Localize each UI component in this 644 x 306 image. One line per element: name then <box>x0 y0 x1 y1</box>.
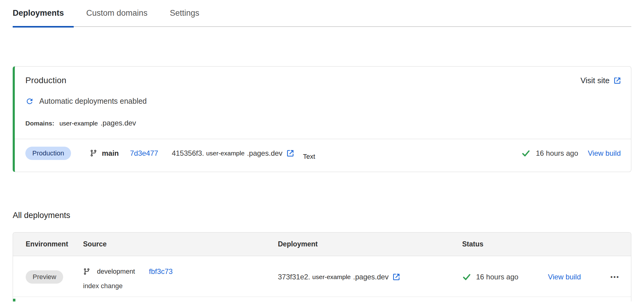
view-build-link[interactable]: View build <box>588 149 621 158</box>
view-build-link[interactable]: View build <box>548 273 581 281</box>
table-header-row: Environment Source Deployment Status <box>13 233 631 256</box>
commit-link[interactable]: fbf3c73 <box>149 267 173 276</box>
deployment-time: 16 hours ago <box>476 273 518 281</box>
production-deployment-row: Production main 7d3e477 415356f3. user-e… <box>15 139 631 167</box>
active-tab-indicator <box>13 26 74 28</box>
deployment-url-suffix: .pages.dev <box>247 149 282 158</box>
production-card-title: Production <box>25 76 66 85</box>
commit-message: index change <box>83 282 278 290</box>
tab-custom-domains[interactable]: Custom domains <box>86 8 148 27</box>
next-row-indicator <box>13 299 15 301</box>
success-check-icon <box>521 149 530 158</box>
column-header-environment: Environment <box>26 240 83 248</box>
visit-site-label: Visit site <box>581 76 610 85</box>
deployment-url-prefix: 415356f3. <box>172 149 204 158</box>
column-header-status: Status <box>462 240 631 248</box>
external-link-icon[interactable] <box>392 273 401 281</box>
deployment-url-name: user-example <box>206 150 244 157</box>
external-link-icon[interactable] <box>286 149 295 158</box>
column-header-source: Source <box>83 240 278 248</box>
deployments-table: Environment Source Deployment Status Pre… <box>13 232 631 301</box>
environment-badge-production: Production <box>25 147 71 160</box>
tab-bar-divider <box>13 26 631 27</box>
auto-deployments-status: Automatic deployments enabled <box>39 97 147 106</box>
domain-suffix: .pages.dev <box>101 119 136 127</box>
table-row: Preview development fbf3c73 index change… <box>13 256 631 297</box>
git-branch-icon <box>90 149 97 157</box>
column-header-deployment: Deployment <box>278 240 462 248</box>
tab-settings[interactable]: Settings <box>170 8 199 27</box>
success-check-icon <box>462 272 471 282</box>
branch-name: main <box>102 149 119 158</box>
text-annotation: Text <box>303 153 315 161</box>
tab-deployments-label: Deployments <box>13 8 64 18</box>
visit-site-link[interactable]: Visit site <box>581 76 621 85</box>
row-menu-ellipsis-icon[interactable]: ••• <box>610 274 620 281</box>
deployment-url-name: user-example <box>312 273 351 281</box>
tab-bar: Deployments Custom domains Settings <box>13 0 631 27</box>
tab-settings-label: Settings <box>170 8 199 18</box>
environment-badge-preview: Preview <box>26 270 63 284</box>
deployment-time: 16 hours ago <box>536 149 578 158</box>
production-card: Production Visit site Automatic deployme… <box>13 66 631 172</box>
all-deployments-heading: All deployments <box>13 211 631 220</box>
deployment-url-suffix: .pages.dev <box>353 273 388 281</box>
external-link-icon <box>613 76 621 85</box>
domain-name: user-example <box>60 120 98 127</box>
tab-deployments[interactable]: Deployments <box>13 8 64 27</box>
deployment-url-prefix: 373f31e2. <box>278 273 310 281</box>
git-branch-icon <box>83 268 90 275</box>
refresh-icon <box>25 97 34 106</box>
tab-custom-domains-label: Custom domains <box>86 8 148 18</box>
domains-label: Domains: <box>25 120 54 127</box>
commit-link[interactable]: 7d3e477 <box>130 149 158 158</box>
branch-name: development <box>97 268 135 275</box>
